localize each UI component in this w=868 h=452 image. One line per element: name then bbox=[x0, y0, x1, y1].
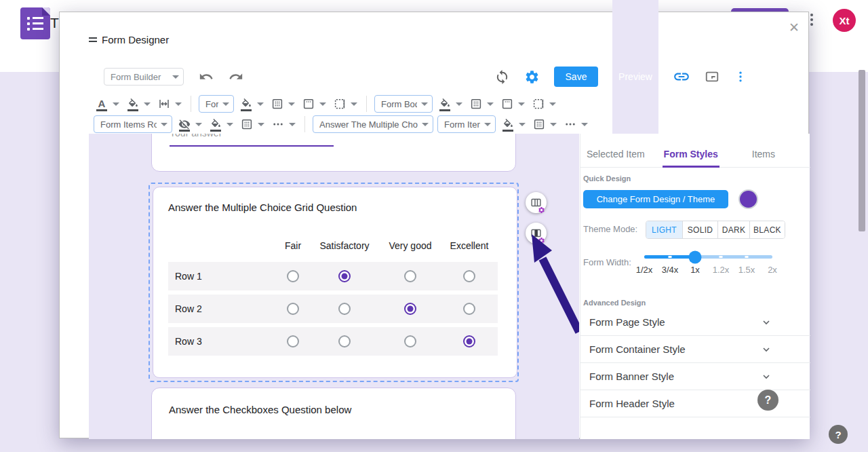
form-padding-tool[interactable] bbox=[332, 96, 359, 112]
form-target-select[interactable]: Form bbox=[199, 95, 234, 113]
width-stop-label[interactable]: 1.5x bbox=[738, 265, 755, 275]
row-grid-tool[interactable] bbox=[239, 116, 266, 132]
tab-form-styles[interactable]: Form Styles bbox=[663, 143, 719, 168]
grid-column-label: Very good bbox=[389, 240, 431, 251]
tab-items[interactable]: Items bbox=[751, 143, 776, 168]
form-body-padding-tool[interactable] bbox=[530, 96, 557, 112]
redo-icon[interactable] bbox=[229, 69, 243, 84]
theme-mode-light[interactable]: LIGHT bbox=[646, 221, 682, 238]
chevron-down-icon bbox=[422, 123, 429, 126]
radio-selected[interactable] bbox=[338, 270, 351, 282]
toolbar-divider bbox=[304, 116, 305, 132]
checkbox-question-card[interactable]: Answer the Checkboxes Question below bbox=[151, 388, 516, 439]
form-item-name-select[interactable]: Answer The Multiple Choic bbox=[313, 115, 433, 133]
radio-unselected[interactable] bbox=[338, 303, 351, 315]
text-color-tool[interactable]: A bbox=[94, 96, 121, 112]
chevron-down-icon bbox=[258, 123, 264, 126]
accordion-form-page-style[interactable]: Form Page Style bbox=[580, 309, 810, 336]
menu-icon[interactable] bbox=[89, 37, 97, 43]
item-more-tool[interactable] bbox=[562, 116, 589, 132]
form-body-border-tool[interactable] bbox=[499, 96, 526, 112]
grid-column-label: Satisfactory bbox=[319, 240, 369, 251]
width-stop-label[interactable]: 2x bbox=[768, 265, 777, 275]
form-item-target-select[interactable]: Form Item bbox=[437, 115, 496, 133]
radio-unselected[interactable] bbox=[463, 270, 475, 282]
grid-row: Row 3 bbox=[168, 327, 498, 356]
radio-unselected[interactable] bbox=[404, 335, 416, 347]
item-grid-tool[interactable] bbox=[531, 116, 558, 132]
form-body-target-select[interactable]: Form Body bbox=[374, 95, 433, 113]
chevron-down-icon bbox=[195, 123, 202, 126]
close-icon[interactable]: ✕ bbox=[787, 20, 802, 35]
avatar[interactable]: Xt bbox=[833, 9, 856, 32]
form-grid-tool[interactable] bbox=[269, 96, 296, 112]
undo-icon[interactable] bbox=[199, 69, 214, 84]
form-fill-tool[interactable] bbox=[238, 96, 265, 112]
width-stop-label[interactable]: 1/2x bbox=[636, 265, 653, 275]
radio-unselected[interactable] bbox=[287, 303, 299, 315]
form-body-grid-tool[interactable] bbox=[468, 96, 495, 112]
short-answer-placeholder[interactable]: Your answer bbox=[170, 134, 222, 138]
row-settings-button[interactable] bbox=[526, 192, 547, 213]
form-body-fill-tool[interactable] bbox=[437, 96, 464, 112]
mini-gear-icon bbox=[538, 204, 545, 212]
form-body-grid-icon bbox=[469, 97, 483, 111]
grid-question-title: Answer the Multiple Choice Grid Question bbox=[168, 202, 357, 213]
radio-unselected[interactable] bbox=[287, 270, 299, 282]
grid-row-label: Row 2 bbox=[175, 303, 202, 314]
radio-unselected[interactable] bbox=[287, 335, 299, 347]
visibility-tool[interactable] bbox=[176, 116, 203, 132]
more-vertical-icon[interactable] bbox=[734, 70, 747, 83]
link-icon[interactable] bbox=[673, 68, 690, 86]
row-more-tool[interactable] bbox=[270, 116, 297, 132]
form-items-row-select[interactable]: Form Items Row bbox=[94, 115, 172, 133]
form-border-tool[interactable] bbox=[300, 96, 328, 112]
chevron-down-icon bbox=[172, 75, 179, 79]
width-stop-label[interactable]: 3/4x bbox=[662, 265, 679, 275]
dialog-title: Form Designer bbox=[102, 34, 169, 45]
designer-mode-select[interactable]: Form Builder bbox=[104, 68, 184, 86]
forms-app-logo-icon[interactable] bbox=[20, 7, 50, 39]
width-stop-label[interactable]: 1.2x bbox=[713, 265, 730, 275]
short-answer-card[interactable]: Your answer bbox=[151, 134, 516, 172]
radio-unselected[interactable] bbox=[338, 335, 351, 347]
panel-tabs: Selected ItemForm StylesItems bbox=[580, 143, 810, 168]
toolbar-row3: Form Items RowAnswer The Multiple ChoicF… bbox=[94, 115, 589, 134]
theme-mode-black[interactable]: BLACK bbox=[749, 221, 785, 238]
radio-unselected[interactable] bbox=[463, 303, 475, 315]
theme-mode-solid[interactable]: SOLID bbox=[682, 221, 717, 238]
item-settings-button[interactable] bbox=[526, 223, 547, 244]
chevron-down-icon bbox=[144, 102, 151, 106]
slider-thumb[interactable] bbox=[689, 250, 702, 263]
sync-icon[interactable] bbox=[494, 69, 510, 85]
checkbox-question-title: Answer the Checkboxes Question below bbox=[169, 404, 351, 415]
settings-gear-icon[interactable] bbox=[524, 69, 540, 85]
chevron-down-icon bbox=[487, 102, 494, 106]
form-width-slider[interactable] bbox=[644, 248, 773, 265]
host-kebab-menu-icon[interactable] bbox=[809, 14, 814, 41]
width-stop-label[interactable]: 1x bbox=[690, 265, 700, 275]
change-design-button[interactable]: Change Form Design / Theme bbox=[583, 190, 728, 208]
save-button[interactable]: Save bbox=[554, 67, 598, 87]
panel-help-button[interactable]: ? bbox=[757, 390, 778, 411]
row-fill-tool[interactable] bbox=[208, 116, 235, 132]
grid-row: Row 2 bbox=[168, 295, 498, 323]
radio-unselected[interactable] bbox=[404, 270, 416, 282]
theme-mode-dark[interactable]: DARK bbox=[717, 221, 749, 238]
page-help-button[interactable]: ? bbox=[829, 425, 848, 444]
accordion-form-banner-style[interactable]: Form Banner Style bbox=[580, 363, 810, 390]
accordion-form-container-style[interactable]: Form Container Style bbox=[580, 336, 810, 363]
radio-selected[interactable] bbox=[404, 303, 416, 315]
item-width-tool[interactable] bbox=[156, 96, 183, 112]
toolbar-row2: AFormForm Body bbox=[94, 94, 557, 113]
theme-color-swatch[interactable] bbox=[740, 191, 757, 208]
tab-selected-item[interactable]: Selected Item bbox=[585, 143, 646, 168]
toolbar-divider bbox=[191, 96, 191, 112]
chevron-down-icon bbox=[222, 102, 229, 106]
fit-screen-icon[interactable] bbox=[705, 69, 719, 84]
grid-row-label: Row 1 bbox=[175, 271, 202, 282]
page-scrollbar[interactable] bbox=[859, 70, 865, 231]
item-fill-tool[interactable] bbox=[500, 116, 527, 132]
fill-color-tool[interactable] bbox=[125, 96, 152, 112]
radio-selected[interactable] bbox=[463, 335, 475, 347]
